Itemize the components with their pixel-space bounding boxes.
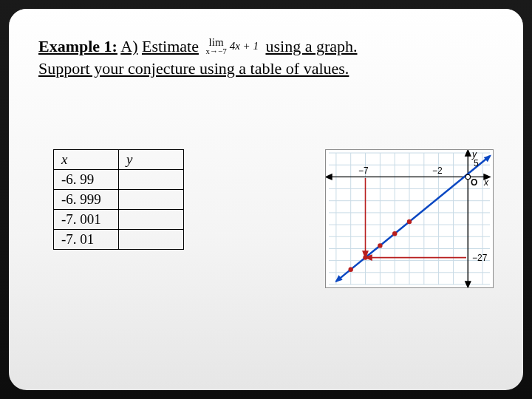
xtick-neg7: −7 xyxy=(358,166,369,176)
cell-y xyxy=(119,230,184,250)
axis-label-x: x xyxy=(483,177,489,188)
values-table: x y -6. 99 -6. 999 -7. 001 -7. 01 xyxy=(53,149,184,250)
svg-point-32 xyxy=(349,267,353,272)
cell-x: -7. 001 xyxy=(54,210,119,230)
cell-y xyxy=(119,190,184,210)
xtick-neg2: −2 xyxy=(432,166,443,176)
cell-y xyxy=(119,210,184,230)
content-row: x y -6. 99 -6. 999 -7. 001 -7. 01 xyxy=(53,149,494,288)
graph-svg: −7 −2 5 −27 y x O xyxy=(326,150,493,287)
svg-marker-27 xyxy=(466,150,471,156)
verb: Estimate xyxy=(142,37,199,55)
col-header-x: x xyxy=(54,150,119,170)
svg-point-35 xyxy=(392,231,397,236)
lim-sub: x→−7 xyxy=(205,47,226,56)
table-row: -7. 001 xyxy=(54,210,184,230)
example-label: Example 1: xyxy=(38,37,117,55)
cell-y xyxy=(119,170,184,190)
origin-label: O xyxy=(471,177,477,188)
prompt-line2: Support your conjecture using a table of… xyxy=(38,59,349,78)
cell-x: -6. 99 xyxy=(54,170,119,190)
col-header-y: y xyxy=(119,150,184,170)
ytick-neg27: −27 xyxy=(472,253,488,263)
axis-label-y: y xyxy=(471,150,477,160)
limit-expression: lim x→−7 4x + 1 xyxy=(205,37,259,55)
ytick-5: 5 xyxy=(474,158,479,168)
content-card: Example 1: A) Estimate lim x→−7 4x + 1 u… xyxy=(9,9,523,390)
svg-point-36 xyxy=(407,219,412,224)
lim-func: 4x + 1 xyxy=(230,41,259,52)
svg-marker-25 xyxy=(326,174,332,180)
cell-x: -7. 01 xyxy=(54,230,119,250)
svg-marker-28 xyxy=(466,282,471,287)
grid xyxy=(329,153,490,284)
table-row: -6. 99 xyxy=(54,170,184,190)
origin-marker xyxy=(466,174,470,179)
cell-x: -6. 999 xyxy=(54,190,119,210)
svg-point-34 xyxy=(378,243,382,248)
table-header-row: x y xyxy=(54,150,184,170)
problem-prompt: Example 1: A) Estimate lim x→−7 4x + 1 u… xyxy=(38,35,494,79)
table-row: -7. 01 xyxy=(54,230,184,250)
after-limit: using a graph. xyxy=(265,37,357,55)
slide-frame: Example 1: A) Estimate lim x→−7 4x + 1 u… xyxy=(0,0,532,399)
graph: −7 −2 5 −27 y x O xyxy=(325,149,494,288)
table-row: -6. 999 xyxy=(54,190,184,210)
part-label: A) xyxy=(120,37,137,55)
